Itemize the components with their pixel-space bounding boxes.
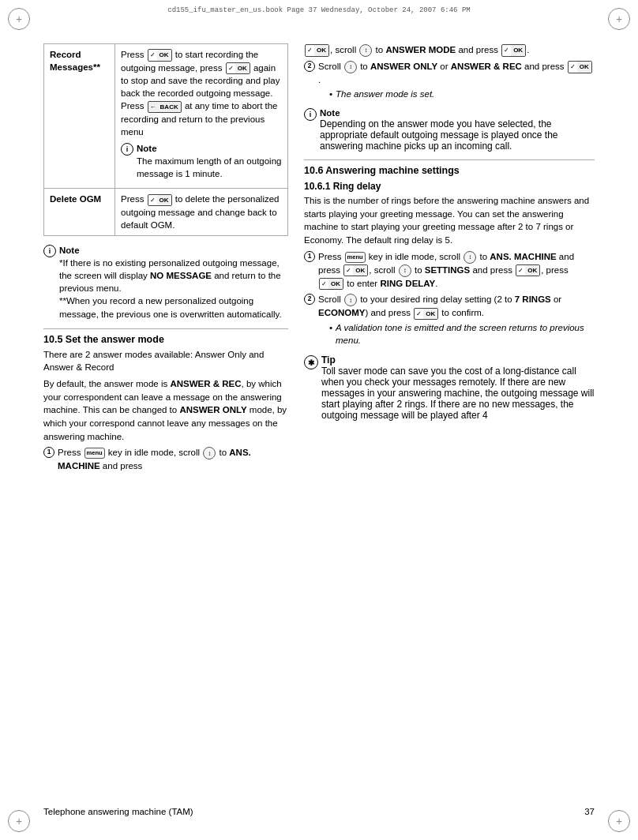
ok-btn-ring-2: ✓OK: [516, 264, 540, 276]
ok-button-inline2: ✓OK: [226, 62, 250, 74]
step-num-1: 1: [43, 447, 54, 458]
ok-btn-step2: ✓OK: [568, 61, 592, 73]
footer-left: Telephone answering machine (TAM): [43, 807, 193, 816]
section-10-6-1-body: This is the number of rings before the a…: [304, 194, 595, 247]
corner-mark-tr: [608, 8, 630, 30]
record-note-text: The maximum length of an outgoing messag…: [137, 156, 281, 178]
page-header: cd155_ifu_master_en_us.book Page 37 Wedn…: [167, 6, 470, 14]
note2-box: i Note Depending on the answer mode you …: [304, 107, 595, 152]
note-icon: i: [121, 143, 133, 156]
corner-mark-tl: [8, 8, 30, 30]
step-2-bullets: The answer mode is set.: [329, 88, 595, 100]
ring-delay-step-2: 2 Scroll ↕ to your desired ring delay se…: [304, 293, 595, 350]
ring-step-2-text: Scroll ↕ to your desired ring delay sett…: [318, 293, 595, 350]
table-row-delete: Delete OGM Press ✓OK to delete the perso…: [44, 189, 288, 236]
step-10-5-1-text: Press menu key in idle mode, scroll ↕ to…: [58, 446, 288, 472]
scroll-ring-3: ↕: [344, 294, 357, 306]
delete-content: Press ✓OK to delete the personalized out…: [115, 189, 288, 236]
ok-btn-ring-4: ✓OK: [414, 308, 438, 320]
record-note-content: Note The maximum length of an outgoing m…: [137, 142, 282, 180]
body-note-text1: *If there is no existing personalized ou…: [59, 258, 281, 293]
step-10-5-2: 2 Scroll ↕ to ANSWER ONLY or ANSWER & RE…: [304, 60, 595, 103]
ring-delay-steps: 1 Press menu key in idle mode, scroll ↕ …: [304, 250, 595, 350]
delete-label: Delete OGM: [44, 189, 115, 236]
tip-content: Tip Toll saver mode can save you the cos…: [321, 354, 595, 421]
left-column: Record Messages** Press ✓OK to start rec…: [43, 43, 288, 475]
footer-right: 37: [584, 807, 595, 816]
record-note: i Note The maximum length of an outgoing…: [121, 142, 282, 180]
step-10-5-2-text: Scroll ↕ to ANSWER ONLY or ANSWER & REC …: [318, 60, 595, 103]
scroll-icon-2: ↕: [344, 61, 357, 73]
note2-icon: i: [304, 108, 317, 121]
divider-10-5: [43, 328, 288, 329]
ok-btn-right-1: ✓OK: [305, 44, 329, 57]
main-content: Record Messages** Press ✓OK to start rec…: [43, 43, 595, 797]
back-button-inline: ←BACK: [148, 101, 182, 113]
ok-button-delete: ✓OK: [148, 194, 172, 206]
section-10-6-header: 10.6 Answering machine settings: [304, 165, 595, 176]
settings-table: Record Messages** Press ✓OK to start rec…: [43, 43, 288, 236]
ok-button-inline: ✓OK: [148, 49, 172, 61]
two-column-layout: Record Messages** Press ✓OK to start rec…: [43, 43, 595, 475]
scroll-ring-2: ↕: [399, 264, 411, 277]
section-10-5-body1: There are 2 answer modes available: Answ…: [43, 348, 288, 374]
section-10-5-header: 10.5 Set the answer mode: [43, 334, 288, 345]
step-2-bullet-1: The answer mode is set.: [329, 88, 595, 100]
menu-btn-ring: menu: [345, 252, 366, 263]
tip-text: Toll saver mode can save you the cost of…: [321, 366, 595, 421]
tip-icon: ✱: [304, 355, 318, 369]
scroll-icon-right-1: ↕: [359, 44, 372, 57]
ring-delay-step-1: 1 Press menu key in idle mode, scroll ↕ …: [304, 250, 595, 291]
page-footer: Telephone answering machine (TAM) 37: [43, 807, 595, 816]
ring-step-2-bullet: A validation tone is emitted and the scr…: [329, 321, 595, 347]
corner-mark-bl: [8, 810, 30, 832]
record-text: Press ✓OK to start recording the outgoin…: [121, 50, 280, 137]
ring-step-num-1: 1: [304, 251, 315, 262]
scroll-icon-1: ↕: [203, 447, 216, 459]
delete-text: Press ✓OK to delete the personalized out…: [121, 194, 280, 230]
divider-10-6: [304, 159, 595, 160]
body-note-icon: i: [43, 245, 56, 257]
step-10-5-1: 1 Press menu key in idle mode, scroll ↕ …: [43, 446, 288, 472]
step-1-continued: ✓OK, scroll ↕ to ANSWER MODE and press ✓…: [304, 43, 595, 57]
ring-step-2-bullets: A validation tone is emitted and the scr…: [329, 321, 595, 347]
body-note-text2: **When you record a new personalized out…: [59, 296, 282, 318]
step-num-2: 2: [304, 61, 315, 72]
section-10-5-body2: By default, the answer mode is ANSWER & …: [43, 377, 288, 443]
section-10-5-steps-right: 2 Scroll ↕ to ANSWER ONLY or ANSWER & RE…: [304, 60, 595, 103]
note2-text: Depending on the answer mode you have se…: [320, 118, 558, 152]
tip-box: ✱ Tip Toll saver mode can save you the c…: [304, 354, 595, 421]
body-note-content: Note *If there is no existing personaliz…: [59, 244, 288, 321]
ok-btn-ring-1: ✓OK: [343, 264, 368, 276]
record-content: Press ✓OK to start recording the outgoin…: [115, 44, 288, 189]
scroll-ring-1: ↕: [463, 251, 476, 264]
corner-mark-br: [608, 810, 630, 832]
body-note-box: i Note *If there is no existing personal…: [43, 244, 288, 321]
section-10-6-1-header: 10.6.1 Ring delay: [304, 181, 595, 192]
note2-content: Note Depending on the answer mode you ha…: [320, 107, 595, 152]
right-column: ✓OK, scroll ↕ to ANSWER MODE and press ✓…: [304, 43, 595, 475]
tip-label: Tip: [321, 354, 336, 366]
table-row-record: Record Messages** Press ✓OK to start rec…: [44, 44, 288, 189]
record-label: Record Messages**: [44, 44, 115, 189]
ok-btn-right-2: ✓OK: [501, 44, 526, 57]
menu-button-1: menu: [84, 448, 105, 459]
ring-step-1-text: Press menu key in idle mode, scroll ↕ to…: [318, 250, 595, 291]
section-10-5-steps: 1 Press menu key in idle mode, scroll ↕ …: [43, 446, 288, 472]
ok-btn-ring-3: ✓OK: [319, 278, 343, 290]
ring-step-num-2: 2: [304, 294, 315, 305]
